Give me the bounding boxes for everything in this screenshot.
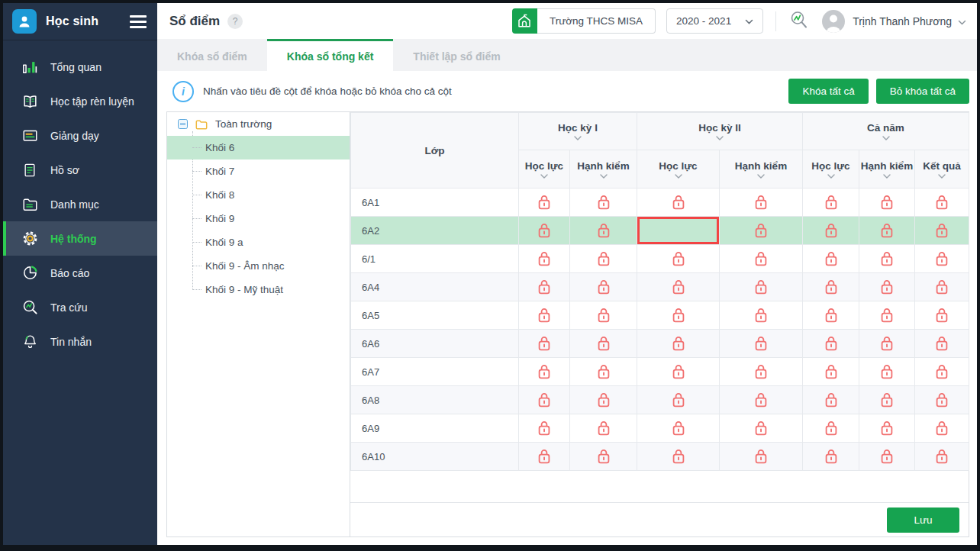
lock-all-button[interactable]: Khóa tất cả (788, 79, 868, 104)
lock-cell[interactable] (637, 414, 720, 443)
lock-cell[interactable] (859, 358, 915, 386)
lock-cell[interactable] (720, 443, 803, 471)
column-subheader[interactable]: Hạnh kiểm (720, 150, 803, 188)
lock-cell[interactable] (637, 188, 720, 217)
lock-cell[interactable] (803, 301, 859, 330)
lock-cell[interactable] (720, 386, 803, 414)
help-icon[interactable]: ? (227, 14, 243, 29)
tree-item[interactable]: Khối 9 - Mỹ thuật (167, 278, 350, 301)
lock-cell[interactable] (570, 386, 637, 414)
lock-cell[interactable] (859, 301, 915, 330)
lock-cell[interactable] (519, 443, 570, 471)
tree-item[interactable]: Khối 8 (167, 183, 350, 207)
lock-cell[interactable] (720, 330, 803, 358)
lock-cell[interactable] (915, 330, 969, 358)
lock-cell[interactable] (803, 273, 859, 301)
highlighted-empty-cell[interactable] (637, 217, 720, 245)
tree-item[interactable]: Khối 6 (167, 136, 350, 160)
tree-root-toan-truong[interactable]: Toàn trường (167, 112, 350, 136)
sidebar-item-tong-quan[interactable]: Tổng quan (3, 50, 157, 84)
lock-cell[interactable] (720, 273, 803, 301)
lock-cell[interactable] (915, 301, 969, 330)
lock-cell[interactable] (720, 414, 803, 443)
lock-cell[interactable] (803, 330, 859, 358)
search-report-icon[interactable] (788, 9, 810, 34)
sidebar-item-giang-day[interactable]: Giảng dạy (3, 118, 157, 153)
lock-cell[interactable] (803, 217, 859, 245)
lock-cell[interactable] (519, 386, 570, 414)
lock-cell[interactable] (519, 188, 570, 217)
lock-cell[interactable] (859, 386, 915, 414)
lock-cell[interactable] (915, 358, 969, 386)
lock-cell[interactable] (570, 217, 637, 245)
lock-cell[interactable] (637, 358, 720, 386)
sidebar-item-hoc-tap-ren-luyen[interactable]: Học tập rèn luyện (3, 84, 157, 118)
lock-cell[interactable] (570, 358, 637, 386)
collapse-minus-icon[interactable] (178, 119, 188, 129)
column-subheader[interactable]: Học lực (637, 150, 720, 188)
column-subheader[interactable]: Học lực (519, 150, 570, 188)
save-button[interactable]: Lưu (887, 508, 959, 533)
lock-cell[interactable] (803, 358, 859, 386)
lock-cell[interactable] (637, 245, 720, 273)
lock-cell[interactable] (859, 245, 915, 273)
tab-thiet-lap-so-diem[interactable]: Thiết lập sổ điểm (393, 39, 520, 71)
tree-item[interactable]: Khối 9 a (167, 230, 350, 254)
lock-cell[interactable] (915, 273, 969, 301)
tab-khoa-so-tong-ket[interactable]: Khóa sổ tổng kết (267, 39, 394, 71)
lock-cell[interactable] (915, 443, 969, 471)
lock-cell[interactable] (519, 217, 570, 245)
lock-cell[interactable] (859, 330, 915, 358)
lock-cell[interactable] (519, 358, 570, 386)
lock-cell[interactable] (915, 414, 969, 443)
lock-cell[interactable] (915, 386, 969, 414)
column-group-header[interactable]: Cả năm (803, 113, 969, 150)
sidebar-item-tra-cuu[interactable]: Tra cứu (3, 290, 157, 324)
lock-cell[interactable] (915, 217, 969, 245)
lock-cell[interactable] (803, 188, 859, 217)
unlock-all-button[interactable]: Bỏ khóa tất cả (876, 79, 969, 104)
lock-cell[interactable] (803, 245, 859, 273)
lock-cell[interactable] (803, 386, 859, 414)
lock-cell[interactable] (570, 301, 637, 330)
column-header-lop[interactable]: Lớp (351, 113, 519, 188)
lock-cell[interactable] (720, 188, 803, 217)
lock-cell[interactable] (570, 188, 637, 217)
column-group-header[interactable]: Học kỳ I (519, 113, 637, 150)
lock-cell[interactable] (570, 330, 637, 358)
lock-cell[interactable] (720, 301, 803, 330)
lock-cell[interactable] (915, 245, 969, 273)
sidebar-item-danh-muc[interactable]: Danh mục (3, 187, 157, 221)
lock-cell[interactable] (720, 217, 803, 245)
lock-cell[interactable] (803, 443, 859, 471)
lock-cell[interactable] (519, 330, 570, 358)
lock-cell[interactable] (637, 443, 720, 471)
lock-cell[interactable] (519, 301, 570, 330)
hamburger-menu-icon[interactable] (130, 12, 147, 31)
lock-cell[interactable] (637, 386, 720, 414)
column-group-header[interactable]: Học kỳ II (637, 113, 803, 150)
column-subheader[interactable]: Kết quả (915, 150, 969, 188)
lock-cell[interactable] (570, 443, 637, 471)
tree-item[interactable]: Khối 9 (167, 207, 350, 230)
lock-cell[interactable] (570, 245, 637, 273)
sidebar-item-he-thong[interactable]: Hệ thống (3, 221, 157, 256)
lock-cell[interactable] (803, 414, 859, 443)
sidebar-item-ho-so[interactable]: Hồ sơ (3, 153, 157, 187)
lock-cell[interactable] (637, 330, 720, 358)
column-subheader[interactable]: Học lực (803, 150, 859, 188)
lock-cell[interactable] (915, 188, 969, 217)
school-selector[interactable]: Trường THCS MISA (512, 8, 656, 34)
tree-item[interactable]: Khối 9 - Âm nhạc (167, 254, 350, 278)
user-menu[interactable]: Trịnh Thanh Phương (822, 10, 966, 33)
sidebar-item-tin-nhan[interactable]: Tin nhắn (3, 324, 157, 359)
lock-cell[interactable] (637, 301, 720, 330)
lock-cell[interactable] (859, 188, 915, 217)
tab-khoa-so-diem[interactable]: Khóa sổ điểm (157, 39, 267, 71)
lock-cell[interactable] (859, 414, 915, 443)
column-subheader[interactable]: Hạnh kiểm (859, 150, 915, 188)
lock-cell[interactable] (570, 414, 637, 443)
lock-cell[interactable] (859, 443, 915, 471)
lock-cell[interactable] (519, 245, 570, 273)
lock-cell[interactable] (720, 245, 803, 273)
